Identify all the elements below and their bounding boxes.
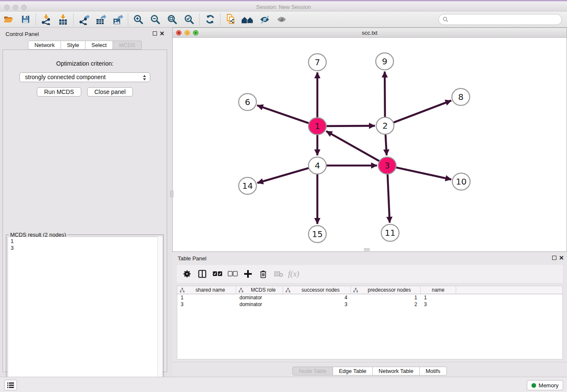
clone-network-button[interactable] [222,12,239,27]
gear-icon [183,270,191,278]
edge-2-8[interactable] [385,101,451,126]
node-15[interactable]: 15 [308,226,326,243]
search-input[interactable] [449,17,554,23]
tab-style[interactable]: Style [61,41,85,50]
cell-name[interactable]: 3 [421,301,456,308]
panel-divider-grip[interactable] [170,190,173,197]
apply-preferred-layout-button[interactable] [201,12,218,27]
svg-text:11: 11 [385,228,395,238]
zoom-selected-button[interactable] [181,12,198,27]
export-image-button[interactable] [109,12,126,27]
cell-shared-name[interactable]: 3 [177,301,236,308]
tab-network[interactable]: Network [28,41,61,50]
tab-edge-table[interactable]: Edge Table [333,367,373,375]
zoom-out-button[interactable] [147,12,164,27]
node-11[interactable]: 11 [381,224,399,241]
list-icon [7,382,14,389]
table-settings-button[interactable] [181,268,193,280]
save-session-button[interactable] [17,12,34,27]
task-history-button[interactable] [4,380,17,390]
node-1[interactable]: 1 [308,118,326,135]
hide-selected-button[interactable] [256,12,273,27]
tab-motifs[interactable]: Motifs [420,367,447,375]
mcds-result-text[interactable]: 1 3 [8,237,162,392]
refresh-layout-icon [205,14,215,25]
deselect-all-rows-button[interactable] [227,268,239,280]
cell-predecessor-nodes[interactable]: 1 [351,294,421,301]
toggle-column-panel-button[interactable] [196,268,208,280]
criterion-select[interactable]: strongly connected component [19,72,150,82]
table-panel-close-button[interactable]: ✕ [559,254,564,261]
table-tabs: Node TableEdge TableNetwork TableMotifs [172,367,567,375]
tab-node-table[interactable]: Node Table [292,367,333,375]
table-row[interactable]: 3dominator323 [177,301,562,308]
control-panel-close-button[interactable]: ✕ [160,30,165,37]
column-header-name[interactable]: name [421,286,456,294]
column-header-shared-name[interactable]: shared name [177,286,236,294]
plus-icon [244,270,252,278]
table-row[interactable]: 1dominator411 [177,294,562,301]
create-column-button[interactable] [242,268,254,280]
network-window-titlebar[interactable]: ✕ − + scc.txt [173,28,567,38]
cell-shared-name[interactable]: 1 [177,294,236,301]
svg-text:14: 14 [242,181,253,191]
optimization-criterion-label: Optimization criterion: [3,60,167,67]
svg-text:4: 4 [315,160,320,171]
node-3[interactable]: 3 [378,157,396,174]
edge-3-1[interactable] [326,131,387,166]
node-6[interactable]: 6 [239,94,256,110]
column-header-successor-nodes[interactable]: successor nodes [283,286,351,294]
cell-successor-nodes[interactable]: 3 [283,301,351,308]
import-table-button[interactable] [55,12,72,27]
cell-name[interactable]: 1 [421,294,456,301]
run-mcds-button[interactable]: Run MCDS [37,87,81,97]
node-8[interactable]: 8 [452,88,470,105]
toolbar-separator [36,14,36,25]
cell-successor-nodes[interactable]: 4 [283,294,351,301]
control-panel-float-button[interactable] [153,31,157,36]
tab-select[interactable]: Select [85,41,113,50]
node-2[interactable]: 2 [376,117,394,134]
export-table-button[interactable] [92,12,109,27]
export-network-button[interactable] [75,12,92,27]
svg-text:9: 9 [382,56,388,66]
node-7[interactable]: 7 [308,54,326,71]
network-scroll-grip[interactable] [364,248,370,251]
cell-predecessor-nodes[interactable]: 2 [351,301,421,308]
column-header-MCDS-role[interactable]: MCDS role [236,286,283,294]
edge-3-10[interactable] [387,166,451,179]
memory-button[interactable]: Memory [527,380,563,390]
open-session-button[interactable] [0,12,17,27]
node-4[interactable]: 4 [308,157,326,174]
home-icon [241,14,254,25]
table-tabs-separator [172,362,567,362]
node-9[interactable]: 9 [376,53,394,70]
search-field[interactable] [438,14,562,25]
delete-column-button[interactable] [257,268,269,280]
network-graph-canvas[interactable]: 7968124314101511 [173,38,567,251]
zoom-in-button[interactable] [130,12,147,27]
clone-network-icon [225,14,237,25]
node-14[interactable]: 14 [239,177,256,194]
zoom-fit-button[interactable] [164,12,181,27]
reset-network-view-button[interactable] [239,12,256,27]
open-folder-icon [3,14,14,25]
criterion-select-value: strongly connected component [25,74,106,80]
close-panel-button[interactable]: Close panel [87,87,133,97]
tab-mcds[interactable]: MCDS [113,41,141,50]
delete-table-button[interactable] [272,268,284,280]
cell-MCDS-role[interactable]: dominator [236,301,283,308]
tab-network-table[interactable]: Network Table [373,367,420,375]
show-all-button[interactable] [273,12,290,27]
node-10[interactable]: 10 [452,173,470,190]
select-all-rows-button[interactable] [212,268,223,280]
function-builder-button[interactable]: f(x) [288,268,300,280]
table-panel-float-button[interactable] [552,256,556,260]
mcds-result-scrollbar[interactable] [157,237,162,392]
column-header-predecessor-nodes[interactable]: predecessor nodes [351,286,421,294]
edge-1-6[interactable] [257,105,317,126]
cell-MCDS-role[interactable]: dominator [236,294,283,301]
control-panel-title: Control Panel [6,31,39,37]
status-bar: Memory [0,377,567,392]
import-network-button[interactable] [38,12,55,27]
